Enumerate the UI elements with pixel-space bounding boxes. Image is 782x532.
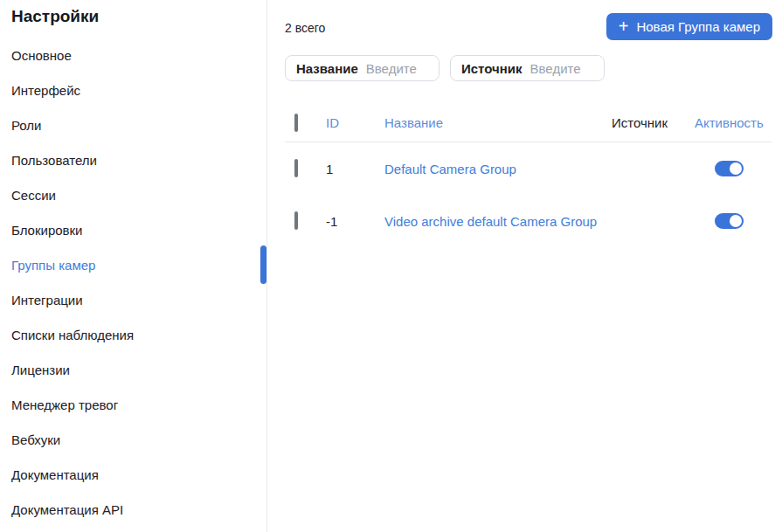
sidebar-item-roles[interactable]: Роли xyxy=(0,107,266,142)
sidebar-item-blocks[interactable]: Блокировки xyxy=(0,212,266,247)
source-filter[interactable]: Источник xyxy=(450,55,605,81)
sidebar-title: Настройки xyxy=(0,7,266,26)
table-row: -1 Video archive default Camera Group xyxy=(285,195,772,247)
sidebar-item-watchlists[interactable]: Списки наблюдения xyxy=(0,317,266,352)
sidebar-item-alarm-manager[interactable]: Менеджер тревог xyxy=(0,387,266,422)
column-header-name[interactable]: Название xyxy=(384,115,612,130)
sidebar-item-integrations[interactable]: Интеграции xyxy=(0,282,266,317)
camera-groups-panel: + Новая Группа камер 2 всего Название Ис… xyxy=(267,0,782,532)
column-header-source: Источник xyxy=(612,115,695,130)
settings-sidebar: Настройки Основное Интерфейс Роли Пользо… xyxy=(0,0,267,532)
sidebar-item-documentation[interactable]: Документация xyxy=(0,457,266,492)
source-filter-input[interactable] xyxy=(530,56,604,80)
name-filter-label: Название xyxy=(296,61,358,76)
camera-groups-table: ID Название Источник Активность 1 Defaul… xyxy=(285,104,772,247)
row-name-link[interactable]: Default Camera Group xyxy=(384,162,612,176)
active-item-indicator xyxy=(260,245,266,284)
row-checkbox[interactable] xyxy=(294,159,298,177)
sidebar-item-webhooks[interactable]: Вебхуки xyxy=(0,422,266,457)
activity-toggle[interactable] xyxy=(715,213,744,229)
sidebar-item-interface[interactable]: Интерфейс xyxy=(0,73,266,107)
new-camera-group-button-label: Новая Группа камер xyxy=(636,19,760,34)
activity-toggle[interactable] xyxy=(715,161,744,176)
row-id: -1 xyxy=(326,214,384,229)
column-header-activity[interactable]: Активность xyxy=(695,115,772,130)
row-checkbox[interactable] xyxy=(294,211,298,230)
name-filter[interactable]: Название xyxy=(285,55,439,81)
row-id: 1 xyxy=(326,162,384,176)
new-camera-group-button[interactable]: + Новая Группа камер xyxy=(606,13,772,40)
sidebar-item-documentation-api[interactable]: Документация API xyxy=(0,492,266,527)
column-header-id[interactable]: ID xyxy=(326,115,384,130)
table-header-row: ID Название Источник Активность xyxy=(285,104,772,142)
sidebar-item-licenses[interactable]: Лицензии xyxy=(0,352,266,387)
sidebar-item-general[interactable]: Основное xyxy=(0,38,266,73)
source-filter-label: Источник xyxy=(461,61,522,76)
table-row: 1 Default Camera Group xyxy=(285,142,772,195)
row-name-link[interactable]: Video archive default Camera Group xyxy=(384,214,612,229)
plus-icon: + xyxy=(619,17,629,35)
toggle-knob xyxy=(730,215,742,227)
sidebar-item-camera-groups[interactable]: Группы камер xyxy=(0,247,266,282)
filter-row: Название Источник xyxy=(285,55,782,81)
sidebar-item-users[interactable]: Пользователи xyxy=(0,142,266,177)
name-filter-input[interactable] xyxy=(366,56,439,80)
toggle-knob xyxy=(730,162,742,175)
sidebar-item-sessions[interactable]: Сессии xyxy=(0,177,266,212)
select-all-checkbox[interactable] xyxy=(294,114,298,132)
